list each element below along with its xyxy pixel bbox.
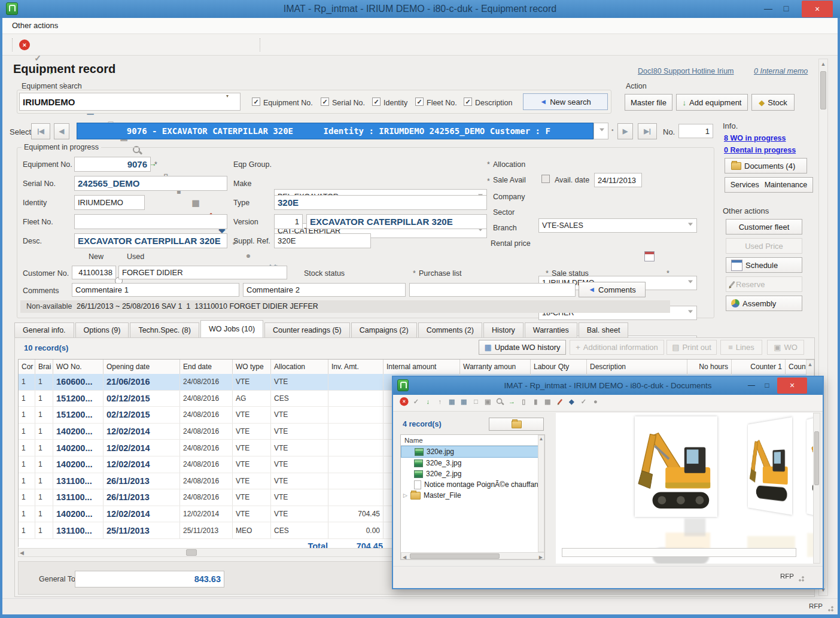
avail-date-input[interactable]: 24/11/2013 [594, 173, 642, 187]
tab-campaigns[interactable]: Campaigns (2) [351, 322, 417, 337]
record-selector-combo[interactable]: 9076 - EXCAVATOR CATERPILLAR 320E Identi… [77, 123, 594, 139]
filter-identity-checkbox[interactable]: ✓ [372, 98, 381, 106]
col-header[interactable]: Opening date [104, 360, 180, 374]
export-user-icon[interactable]: ↑ [435, 396, 446, 407]
tab-wo-jobs[interactable]: WO Jobs (10) [200, 320, 263, 337]
col-header[interactable]: Cor [19, 360, 35, 374]
preview-image-main[interactable] [635, 416, 717, 517]
edit-pen-icon[interactable] [555, 396, 565, 407]
col-header[interactable]: WO type [233, 360, 271, 374]
search-input[interactable]: IRIUMDEMO [19, 93, 241, 111]
tab-counter-readings[interactable]: Counter readings (5) [264, 322, 350, 337]
allocation-combo[interactable]: VTE-SALES [538, 218, 697, 233]
record-no-input[interactable]: 1 [678, 124, 713, 138]
package-icon[interactable]: ◆ [567, 396, 577, 407]
customer-fleet-button[interactable]: Customer fleet [726, 219, 802, 235]
vscroll-thumb[interactable] [820, 71, 826, 109]
col-header[interactable]: Description [587, 360, 687, 374]
col-header[interactable]: End date [180, 360, 233, 374]
nav-prev-button[interactable]: ◀ [54, 123, 69, 139]
confirm-icon[interactable]: ✓ [579, 396, 589, 407]
nav-last-button[interactable]: ▶| [638, 123, 657, 139]
file-item-selected[interactable]: 320e.jpg [401, 446, 544, 458]
schedule-button[interactable]: Schedule [726, 257, 802, 273]
preview-image-side[interactable] [748, 417, 792, 515]
screen-edit-icon[interactable]: ▦ [447, 396, 458, 407]
version-desc-input[interactable]: EXCAVATOR CATERPILLAR 320E [306, 214, 487, 229]
col-header[interactable]: Allocation [271, 360, 328, 374]
table-search-icon[interactable]: ▦ [543, 396, 553, 407]
scroll-up-icon[interactable]: ▲ [538, 436, 544, 443]
hscroll-thumb[interactable] [186, 549, 197, 556]
equipment-no-input[interactable]: 9076 [74, 157, 151, 172]
col-header[interactable]: WO No. [53, 360, 104, 374]
add-equipment-button[interactable]: ↓ Add equipment [676, 94, 748, 111]
tab-bal-sheet[interactable]: Bal. sheet [579, 322, 629, 337]
file-item[interactable]: 320e_3.jpg [401, 458, 544, 468]
new-search-button[interactable]: ◄ New search [523, 93, 608, 110]
comment1-input[interactable]: Commentaire 1 [72, 283, 239, 297]
validate-icon[interactable]: ✓ [411, 396, 422, 407]
screen-save-icon[interactable]: ▦ [459, 396, 470, 407]
wo-in-progress-link[interactable]: 8 WO in progress [724, 134, 786, 142]
calendar-icon[interactable] [644, 251, 655, 261]
folder-up-button[interactable] [489, 418, 544, 431]
scroll-up-icon[interactable]: ▲ [806, 360, 814, 369]
vscroll-thumb[interactable] [814, 431, 819, 485]
close-icon[interactable]: × [777, 378, 807, 394]
file-item-folder[interactable]: ▷ Master_File [401, 490, 544, 501]
web-icon[interactable]: ● [591, 396, 601, 407]
comments-button[interactable]: ◄ Comments [579, 282, 646, 297]
search-icon[interactable] [495, 396, 506, 407]
column-icon[interactable]: ▮ [531, 396, 541, 407]
tab-options[interactable]: Options (9) [75, 322, 129, 337]
file-item[interactable]: 320e_2.jpg [401, 468, 544, 479]
services-maintenance-button[interactable]: Services Maintenance [725, 177, 813, 193]
preview-icon[interactable]: □ [471, 396, 482, 407]
record-selector-dropdown[interactable] [594, 123, 608, 139]
minimize-icon[interactable]: — [745, 381, 758, 389]
resize-grip-icon[interactable] [827, 605, 834, 612]
col-header[interactable]: Counte [786, 360, 806, 374]
nav-first-button[interactable]: |◀ [31, 123, 50, 139]
scroll-up-icon[interactable]: ▲ [819, 59, 827, 69]
scroll-left-icon[interactable]: ◀ [20, 549, 24, 557]
internal-memo-link[interactable]: 0 Internal memo [754, 67, 808, 75]
col-header[interactable]: Brai [35, 360, 53, 374]
type-input[interactable]: 320E [274, 195, 487, 210]
comment2-input[interactable]: Commentaire 2 [243, 283, 406, 297]
filter-serial-no-checkbox[interactable]: ✓ [321, 98, 329, 106]
filter-equipment-no-checkbox[interactable]: ✓ [252, 98, 260, 106]
col-header[interactable]: Labour Qty [531, 360, 587, 374]
maximize-icon[interactable]: □ [760, 381, 774, 389]
tab-comments[interactable]: Comments (2) [418, 322, 482, 337]
tab-history[interactable]: History [483, 322, 524, 337]
filter-description-checkbox[interactable]: ✓ [464, 98, 472, 106]
master-file-button[interactable]: Master file [625, 94, 672, 111]
col-header[interactable]: Counter 1 [732, 360, 786, 374]
copy-icon[interactable]: ▣ [483, 396, 494, 407]
expander-icon[interactable]: ▷ [403, 492, 407, 498]
forward-icon[interactable]: → [507, 396, 518, 407]
assembly-button[interactable]: Assembly [726, 296, 802, 311]
col-header[interactable]: Internal amount [384, 360, 460, 374]
minimize-icon[interactable]: — [761, 4, 775, 13]
identity-input[interactable]: IRIUMDEMO [74, 195, 145, 210]
comment3-input[interactable] [409, 283, 576, 297]
resize-grip-icon[interactable] [798, 575, 805, 582]
tab-warranties[interactable]: Warranties [525, 322, 577, 337]
tab-general-info[interactable]: General info. [14, 322, 74, 337]
col-header[interactable]: No hours [687, 360, 732, 374]
sale-avail-checkbox[interactable] [541, 175, 550, 183]
suppl-ref-input[interactable]: 320E [274, 233, 371, 248]
scroll-left-icon[interactable]: ◀ [403, 553, 406, 562]
stock-button[interactable]: ◆ Stock [751, 94, 795, 111]
scroll-right-icon[interactable]: ▶ [539, 553, 543, 562]
rental-in-progress-link[interactable]: 0 Rental in progress [724, 146, 796, 154]
import-user-icon[interactable]: ↓ [423, 396, 434, 407]
delete-icon[interactable]: × [19, 39, 30, 50]
file-list-header[interactable]: Name [401, 435, 544, 446]
documents-button[interactable]: Documents (4) [725, 158, 807, 173]
tab-techn-spec[interactable]: Techn.Spec. (8) [130, 322, 199, 337]
version-input[interactable]: 1 [274, 214, 303, 229]
